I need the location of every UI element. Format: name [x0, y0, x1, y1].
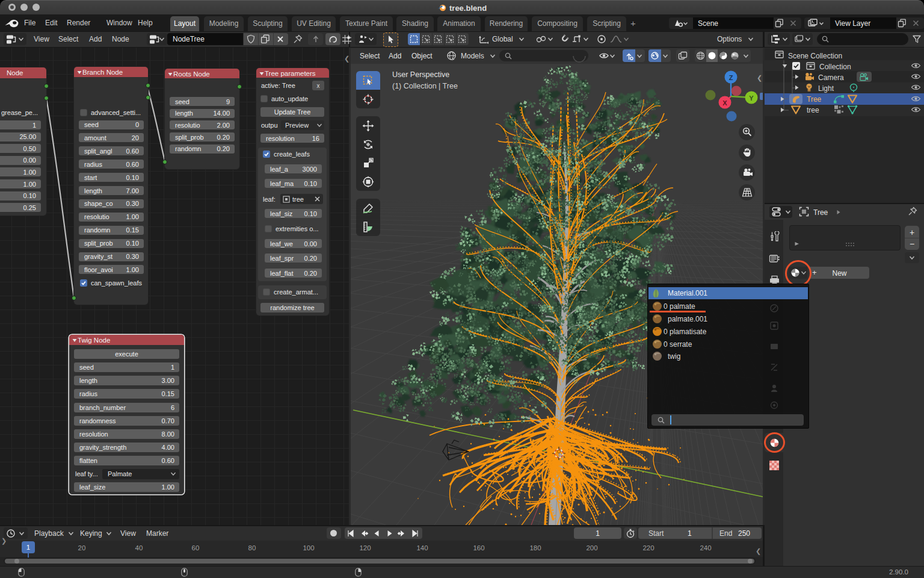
- svg-text:Y: Y: [749, 95, 754, 102]
- svg-text:Z: Z: [729, 74, 733, 81]
- svg-text:X: X: [722, 99, 727, 107]
